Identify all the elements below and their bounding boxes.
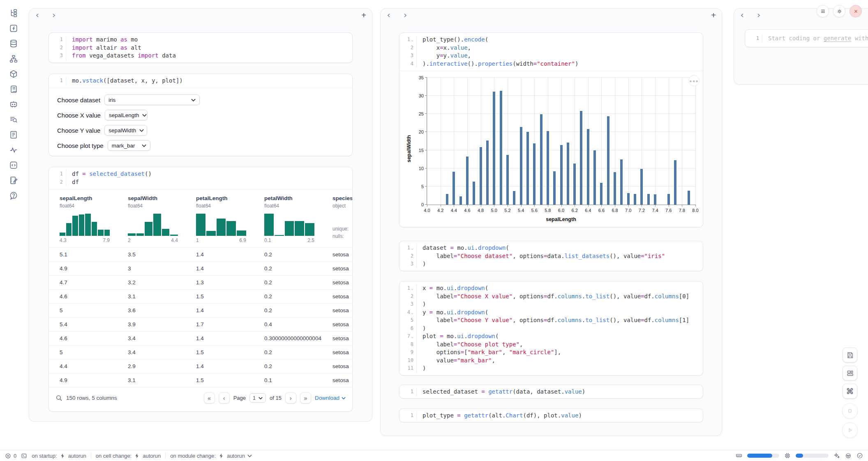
chevron-right-icon[interactable] <box>402 13 408 18</box>
on-module-change-toggle[interactable]: on module change: autorun <box>170 453 252 459</box>
y-tick-label: 30 <box>419 93 424 98</box>
table-row: 53.61.40.2setosa <box>49 303 352 317</box>
tracing-icon[interactable] <box>9 145 18 155</box>
connection-status-icon[interactable] <box>856 452 863 459</box>
table-cell: 5.1 <box>60 251 128 258</box>
add-cell-button[interactable]: + <box>711 11 716 19</box>
documentation-icon[interactable] <box>9 130 18 140</box>
command-palette-button[interactable]: ⌘ <box>843 384 857 399</box>
code-editor[interactable]: 1mo.vstack([dataset, x, y, plot]) <box>49 74 352 88</box>
fold-marker-icon[interactable]: ⌄ <box>411 309 413 317</box>
fold-marker-icon[interactable]: ⌄ <box>411 284 413 293</box>
code-editor[interactable]: 1⌄dataset = mo.ui.dropdown(2 label="Choo… <box>399 241 703 271</box>
x-tick <box>534 205 535 207</box>
code-line: 4⌄y = mo.ui.dropdown( <box>399 309 703 317</box>
x-tick <box>427 205 427 207</box>
chart-actions-button[interactable]: ●●● <box>688 75 699 86</box>
table-row: 4.93.11.50.1setosa <box>49 373 352 387</box>
status-bar: 0 on startup: autorun on cell change: au… <box>0 450 868 461</box>
column-header-species[interactable]: speciesobjectunique:nulls: <box>332 195 352 247</box>
fold-marker-icon[interactable]: ⌄ <box>411 36 413 44</box>
choose-dataset-select[interactable]: iris <box>104 95 200 105</box>
code-editor[interactable]: 1⌄x = mo.ui.dropdown(2 label="Choose X v… <box>399 281 703 376</box>
table-cell: 0.2 <box>264 279 332 286</box>
first-page-button[interactable]: « <box>204 392 215 403</box>
chart-bar <box>547 131 549 205</box>
y-tick <box>425 113 427 114</box>
code-editor[interactable]: 1⌄plot_type().encode(2 x=x.value,3 y=y.v… <box>399 33 703 71</box>
code-editor[interactable]: 1import marimo as mo2import altair as al… <box>49 33 352 63</box>
code-editor[interactable]: 1df = selected_dataset()2df <box>49 167 352 189</box>
choose-plot-type-select[interactable]: mark_bar <box>108 140 150 151</box>
dataframe-table-header: sepalLengthfloat644.37.9sepalWidthfloat6… <box>49 189 352 247</box>
terminal-button[interactable] <box>21 453 27 459</box>
errors-indicator[interactable]: 0 <box>5 453 16 459</box>
code-editor[interactable]: 1selected_dataset = getattr(data, datase… <box>399 385 703 399</box>
code-line: 7⌄plot = mo.ui.dropdown( <box>399 332 703 341</box>
run-button[interactable] <box>842 422 858 438</box>
command-icon: ⌘ <box>846 387 854 396</box>
table-cell: 3.6 <box>128 307 196 313</box>
save-button[interactable] <box>843 348 857 362</box>
prev-page-button[interactable]: ‹ <box>219 392 230 403</box>
chart-plot-area[interactable]: 4.04.24.44.64.85.05.25.45.65.86.06.26.46… <box>427 78 695 205</box>
x-tick-label: 6.0 <box>558 208 564 213</box>
choose-y-value-select[interactable]: sepalWidth <box>104 125 147 136</box>
fold-marker-icon[interactable]: ⌄ <box>411 244 413 252</box>
code-line: 1plot_type = getattr(alt.Chart(df), plot… <box>399 412 703 420</box>
code-line: 9 options=["mark_bar", "mark_circle"], <box>399 348 703 357</box>
chevron-right-icon[interactable] <box>756 13 761 18</box>
chevron-left-icon[interactable] <box>386 13 392 18</box>
file-tree-icon[interactable] <box>9 8 18 18</box>
database-icon[interactable] <box>9 39 18 48</box>
x-tick-label: 7.0 <box>625 208 631 213</box>
table-cell: 1.4 <box>196 265 264 272</box>
scratchpad-icon[interactable] <box>9 175 18 185</box>
chevron-left-icon[interactable] <box>740 13 745 18</box>
sparkles-ai-button[interactable] <box>833 452 840 459</box>
chevron-right-icon[interactable] <box>51 13 56 18</box>
close-button[interactable] <box>850 5 862 17</box>
on-cell-change-toggle[interactable]: on cell change: autorun <box>96 453 161 459</box>
assistant-robot-button[interactable] <box>845 452 852 459</box>
settings-gear-button[interactable] <box>833 5 845 17</box>
table-cell: 1.4 <box>196 335 264 341</box>
column-header-sepalWidth[interactable]: sepalWidthfloat6424.4 <box>128 195 196 247</box>
code-line: 3) <box>399 300 703 309</box>
snippets-icon[interactable] <box>9 160 18 170</box>
column-min-max: 0.12.5 <box>264 237 314 247</box>
gridline <box>427 78 427 205</box>
search-icon[interactable] <box>55 394 62 401</box>
stop-button[interactable] <box>842 403 858 419</box>
column-header-petalLength[interactable]: petalLengthfloat6416.9 <box>196 195 264 247</box>
code-placeholder[interactable]: Start coding or generate with AI <box>762 35 868 43</box>
choose-x-value-select[interactable]: sepalLength <box>105 110 148 120</box>
panel2-header: + <box>381 9 722 22</box>
last-page-button[interactable]: » <box>300 392 311 403</box>
chart-bar <box>573 164 576 205</box>
chat-icon[interactable] <box>9 99 18 109</box>
column-header-sepalLength[interactable]: sepalLengthfloat644.37.9 <box>60 195 128 247</box>
fold-marker-icon[interactable]: ⌄ <box>411 332 413 341</box>
find-replace-icon[interactable] <box>9 115 18 124</box>
layout-button[interactable] <box>843 366 857 380</box>
packages-icon[interactable] <box>9 69 18 79</box>
column-min-max: 4.37.9 <box>60 237 110 247</box>
chevron-left-icon[interactable] <box>35 13 40 18</box>
table-cell: 4.6 <box>60 293 128 300</box>
menu-button[interactable] <box>817 5 829 17</box>
help-icon[interactable] <box>9 191 18 201</box>
on-startup-toggle[interactable]: on startup: autorun <box>32 453 86 459</box>
generate-with-ai-link[interactable]: generate <box>824 35 851 41</box>
logs-icon[interactable] <box>9 84 18 94</box>
variables-icon[interactable] <box>9 54 18 64</box>
next-page-button[interactable]: › <box>285 392 296 403</box>
download-button[interactable]: Download <box>315 395 346 401</box>
code-editor[interactable]: 1plot_type = getattr(alt.Chart(df), plot… <box>399 409 703 422</box>
page-select[interactable]: 1 <box>249 393 266 403</box>
x-tick <box>682 205 682 207</box>
functions-icon[interactable] <box>9 23 18 33</box>
add-cell-button[interactable]: + <box>361 11 366 19</box>
column-header-petalWidth[interactable]: petalWidthfloat640.12.5 <box>264 195 332 247</box>
control-row: Choose Y valuesepalWidth <box>57 123 344 138</box>
